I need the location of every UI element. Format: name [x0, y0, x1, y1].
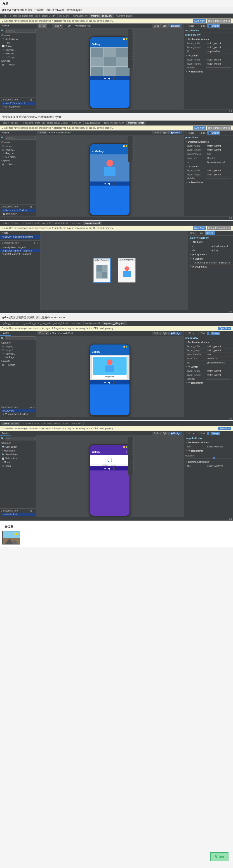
transforms-section-5[interactable]: ▼ Transforms [183, 449, 233, 453]
tree-item-recycle[interactable]: ≡ ☰ recycleView [1, 105, 35, 108]
action-switchitem[interactable]: ⬤ Switch Item [0, 457, 36, 460]
nav-attr-split[interactable]: Split [198, 231, 205, 235]
attr-split-btn[interactable]: ⬛ Split [196, 24, 207, 28]
layout-section-4[interactable]: ▼ Layout [183, 365, 233, 369]
declared-section-5[interactable]: Declared Attributes [183, 440, 233, 445]
tab2-ic[interactable]: ic_baseline_photo_size_select_actual_24.… [20, 121, 70, 125]
palette-item-4-0[interactable]: 🖼 ImageC... [0, 345, 36, 348]
tab5-ic[interactable]: ic_baseline_photo_size_select_actual_24.… [20, 422, 70, 426]
design-btn-4[interactable]: ▣ Design [169, 332, 182, 335]
tree-item-swipe[interactable]: ◻ swipeRefreshLayout [1, 101, 35, 105]
palette-search-4[interactable] [5, 336, 36, 340]
tree-item-photo[interactable]: 🖼 photoView [1, 212, 35, 215]
palette-item-2-3[interactable]: ◻ 6 <Fragm... [0, 155, 36, 159]
code-btn-1[interactable]: Code [152, 24, 161, 28]
palette-item-button[interactable]: ⬜ Button [0, 44, 36, 48]
palette-item-2-4[interactable]: ⬤ → Switch [0, 162, 36, 166]
ignore-btn-2[interactable]: Ignore these changes [207, 126, 231, 130]
layout-section-1[interactable]: ▼ Layout [183, 54, 233, 58]
nav-host-item[interactable]: ◻ activity_main.xml (fragment) [0, 235, 40, 239]
code-btn-4[interactable]: Code [152, 332, 161, 335]
attr-design-btn-2[interactable]: ⬛ Design [207, 131, 220, 134]
declared-section-2[interactable]: Declared Attributes [183, 140, 233, 144]
tab2-frag-photo[interactable]: fragment_photo [126, 121, 146, 125]
design-btn-1[interactable]: ▣ Design [169, 24, 182, 28]
palette-item-2-1[interactable]: 🖼 ImageC... [0, 148, 36, 152]
transforms-section-1[interactable]: ▼ Transforms [183, 69, 233, 74]
tree-item-swipeindicator[interactable]: ◻ swipeIndicator [1, 513, 35, 516]
tab-menu[interactable]: menu.xml [58, 14, 71, 18]
attr-split-btn-2[interactable]: ⬛ Split [196, 131, 207, 134]
sync-now-btn-2[interactable]: Sync Now [193, 126, 206, 130]
action-menuitem[interactable]: ≡ Menu Item [0, 449, 36, 453]
palette-item-switch[interactable]: ⬤ → Switch [0, 63, 36, 66]
action-searchitem[interactable]: 🔍 Search Item [0, 453, 36, 457]
tab4-ic[interactable]: ic_baseline_photo_size_select_actual_24.… [20, 321, 70, 325]
palette-search-2[interactable] [5, 136, 36, 140]
attr-split-btn-4[interactable]: ⬛ Split [196, 332, 207, 335]
tab3-ic[interactable]: ic_baseline_photo_size_select_actual_24.… [20, 221, 70, 225]
palette-tab-4[interactable]: Palette [0, 331, 11, 336]
split-btn-2[interactable]: Split [161, 131, 169, 134]
tab3-nav[interactable]: navigation.xml [84, 221, 102, 225]
palette-item-recycler2[interactable]: ≡ Recycler... [0, 52, 36, 55]
val-vis-2[interactable] [206, 178, 231, 179]
sync-now-btn-3[interactable]: Sync Now [193, 226, 206, 230]
tab-ic[interactable]: ic_baseline_photo_size_select_actual_24.… [8, 14, 58, 18]
attr-code-btn-2[interactable]: ⬛ Code [184, 131, 196, 134]
transforms-section-2[interactable]: ▼ Transforms [183, 180, 233, 185]
nav-arguments-section[interactable]: ▶ Arguments [188, 252, 233, 257]
palette-search-1[interactable] [5, 29, 36, 33]
palette-item-text[interactable]: T Text [0, 41, 36, 44]
tab-res[interactable]: res [1, 14, 8, 18]
tab5-menu[interactable]: menu.xml [70, 422, 83, 426]
nav-deeplinks-section[interactable]: ▶ Deep Links [188, 265, 233, 269]
design-btn-5[interactable]: ▣ Design [169, 432, 182, 435]
tab-fragment-photo[interactable]: fragment_photo [114, 14, 134, 18]
palette-item-textview[interactable]: T Ab TextView [0, 37, 36, 41]
common-attr-section-5[interactable]: Common Attributes [183, 460, 233, 464]
tab-fragment-gallery[interactable]: fragment_gallery.xml [89, 14, 114, 18]
nav-tree-photo[interactable]: ◻ photoFragment - fragment [0, 252, 40, 256]
transforms-section-4[interactable]: ▼ Transforms [183, 381, 233, 385]
design-btn-2[interactable]: ▣ Design [169, 131, 182, 134]
attr-code-btn-5[interactable]: ⬛ Code [184, 432, 196, 435]
nav-attr-code[interactable]: Code [189, 231, 197, 235]
custom-badge-2[interactable]: Custom [37, 131, 47, 134]
action-castbtn[interactable]: 📡 Cast Button [0, 445, 36, 449]
tab2-gallery-cell[interactable]: gallery_cell.xml [1, 121, 20, 125]
pixel-select-4[interactable]: Pixel [37, 332, 49, 335]
tab4-gallery-cell[interactable]: gallery_cell.xml [1, 321, 20, 325]
sync-now-btn-4[interactable]: Sync Now [218, 327, 231, 330]
tab2-frag-gal[interactable]: fragment_gallery.xml [102, 121, 126, 125]
palette-tab[interactable]: Palette [0, 24, 11, 28]
attr-split-btn-5[interactable]: ⬛ Split [196, 432, 207, 435]
nav-attr-section[interactable]: Attributes [188, 240, 233, 244]
ignore-btn-3[interactable]: Ignore these changes [207, 226, 231, 230]
attr-design-btn[interactable]: ⬛ Design [207, 24, 220, 28]
nav-actions-section[interactable]: ▼ Actions [188, 257, 233, 261]
tree-item-shimmer[interactable]: ◻ shimmerLayoutGallery [1, 209, 35, 212]
gallery-fragment-box[interactable]: galleryFragment [93, 258, 111, 283]
tab4-nav[interactable]: navigation.xml [84, 321, 102, 325]
tree-item-cardview[interactable]: ◻ CardView [1, 409, 35, 412]
tab-nav[interactable]: navigation.xml [71, 14, 89, 18]
palette-item-4-4[interactable]: ⬤ → Switch [0, 363, 36, 367]
sync-now-btn-5[interactable]: Sync Now [218, 427, 231, 430]
nav-attr-design[interactable]: Design [205, 231, 215, 235]
val-vis-4[interactable] [206, 379, 231, 379]
val-vis-1[interactable] [206, 67, 231, 68]
declared-section-4[interactable]: Declared Attributes [183, 340, 233, 344]
action-group[interactable]: ◻ Group [0, 464, 36, 468]
nav-tree-gallery[interactable]: ◻ galleryFragment - fragment [0, 249, 40, 252]
code-btn-2[interactable]: Code [152, 131, 161, 134]
tab2-menu[interactable]: menu.xml [70, 121, 83, 125]
attr-design-btn-4[interactable]: ⬛ Design [207, 332, 220, 335]
tab2-nav[interactable]: navigation.xml [84, 121, 102, 125]
attr-design-btn-5[interactable]: ⬛ Design [207, 432, 220, 435]
attr-code-btn-4[interactable]: ⬛ Code [184, 332, 196, 335]
nav-tree-root[interactable]: ◻ navigation - navigation [0, 246, 40, 249]
palette-search-5[interactable] [5, 437, 36, 440]
tab3-gallery-cell[interactable]: gallery_cell.xml [1, 221, 20, 225]
tree-item-imagelayout[interactable]: ≡ ☰ imageLayoutGallery [1, 412, 35, 416]
